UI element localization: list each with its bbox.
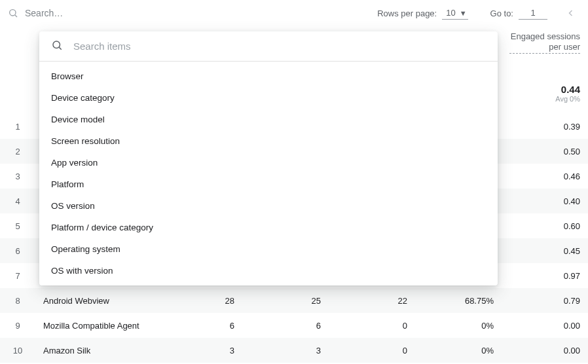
dimension-picker-dropdown: BrowserDevice categoryDevice modelScreen… [39, 31, 498, 285]
row-browser[interactable]: Amazon Silk [35, 338, 156, 363]
row-engaged-sessions: 0.50 [502, 139, 588, 164]
row-engaged-sessions: 0.79 [502, 288, 588, 313]
search-icon [51, 39, 63, 53]
chevron-down-icon: ▼ [460, 9, 467, 17]
dimension-option[interactable]: Device model [39, 109, 498, 130]
row-browser[interactable]: Android Webview [35, 288, 156, 313]
row-index: 8 [0, 288, 35, 313]
row-value: 0 [329, 338, 415, 363]
row-value: 0% [415, 338, 502, 363]
dimension-option[interactable]: Browser [39, 65, 498, 87]
row-engaged-sessions: 0.97 [502, 263, 588, 288]
pager-prev-button[interactable] [562, 4, 580, 22]
row-value: 28 [156, 288, 242, 313]
row-engaged-sessions: 0.46 [502, 164, 588, 189]
dimension-option[interactable]: Device category [39, 87, 498, 109]
row-engaged-sessions: 0.45 [502, 238, 588, 263]
row-value: 68.75% [415, 288, 502, 313]
row-value: 6 [242, 313, 329, 338]
row-value: 25 [242, 288, 329, 313]
goto-label: Go to: [490, 9, 513, 18]
row-value: 0% [415, 313, 502, 338]
dimension-option[interactable]: Platform [39, 173, 498, 195]
row-value: 3 [156, 338, 242, 363]
dimension-option[interactable]: Operating system [39, 238, 498, 260]
goto-page-input[interactable] [519, 7, 547, 20]
column-header-engaged-sessions[interactable]: Engaged sessions per user [502, 26, 588, 72]
dimension-search-input[interactable] [72, 40, 486, 52]
rows-per-page-label: Rows per page: [377, 9, 437, 18]
row-browser[interactable]: Mozilla Compatible Agent [35, 313, 156, 338]
row-index: 9 [0, 313, 35, 338]
table-search-input[interactable] [24, 7, 102, 19]
row-engaged-sessions: 0.60 [502, 213, 588, 238]
svg-line-1 [15, 15, 17, 17]
dimension-option[interactable]: App version [39, 152, 498, 173]
dimension-option[interactable]: OS with version [39, 260, 498, 282]
rows-per-page-select[interactable]: 10 ▼ [442, 7, 468, 20]
row-index: 2 [0, 139, 35, 164]
row-value: 22 [329, 288, 415, 313]
row-index: 7 [0, 263, 35, 288]
row-index: 4 [0, 189, 35, 213]
svg-point-0 [10, 10, 16, 16]
svg-line-3 [59, 47, 61, 49]
row-index: 3 [0, 164, 35, 189]
row-index: 10 [0, 338, 35, 363]
summary-sub: Avg 0% [509, 95, 580, 103]
svg-point-2 [53, 41, 60, 48]
dimension-option[interactable]: Platform / device category [39, 217, 498, 238]
dimension-option[interactable]: OS version [39, 195, 498, 217]
table-row: 9Mozilla Compatible Agent6600%0.00 [0, 313, 588, 338]
row-index: 1 [0, 114, 35, 139]
row-index: 6 [0, 238, 35, 263]
row-value: 6 [156, 313, 242, 338]
row-index: 5 [0, 213, 35, 238]
row-value: 0 [329, 313, 415, 338]
rows-per-page-value: 10 [446, 8, 455, 18]
dimension-option[interactable]: Screen resolution [39, 130, 498, 152]
summary-value: 0.44 [509, 84, 580, 95]
table-row: 8Android Webview28252268.75%0.79 [0, 288, 588, 313]
row-value: 3 [242, 338, 329, 363]
table-row: 10Amazon Silk3300%0.00 [0, 338, 588, 363]
search-icon [8, 8, 18, 18]
row-engaged-sessions: 0.00 [502, 313, 588, 338]
row-engaged-sessions: 0.00 [502, 338, 588, 363]
row-engaged-sessions: 0.39 [502, 114, 588, 139]
row-engaged-sessions: 0.40 [502, 189, 588, 213]
